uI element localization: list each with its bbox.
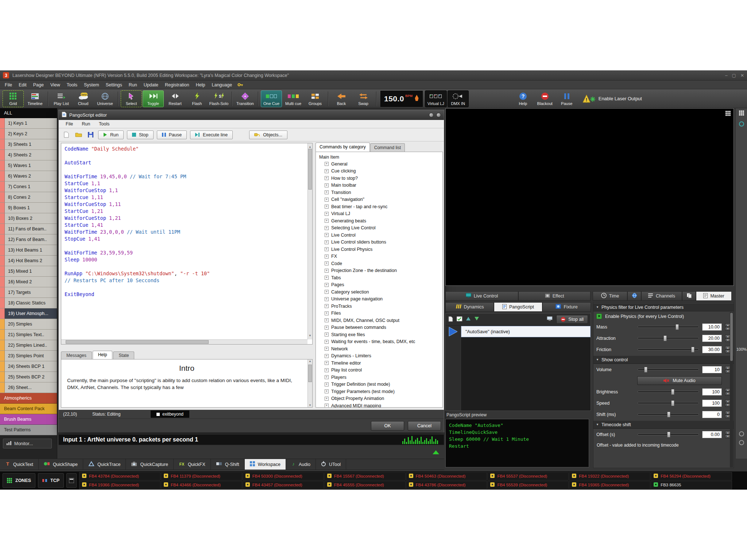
sidebar-page-17-targets[interactable]: 17) Targets <box>0 287 57 298</box>
sidebar-page-16-mixed-2[interactable]: 16) Mixed 2 <box>0 277 57 287</box>
timecode-shift-header[interactable]: ▼Timecode shift <box>593 421 734 429</box>
tree-item-object-property-animation[interactable]: +Object Property Animation <box>318 395 442 402</box>
sidebar-page-5-waves-1[interactable]: 5) Waves 1 <box>0 160 57 171</box>
tree-item-trigger-definition-test-mode[interactable]: +Trigger Definition (test mode) <box>318 381 442 388</box>
editor-menu-file[interactable]: File <box>62 121 77 127</box>
expand-plus-icon[interactable]: + <box>325 397 329 401</box>
sidebar-page-24-sheets-bcp-1[interactable]: 24) Sheets BCP 1 <box>0 361 57 372</box>
toolbar-button-cloud[interactable]: betaCloud <box>73 90 94 107</box>
run-button[interactable]: Run <box>98 131 124 139</box>
tree-item-play-list-control[interactable]: +Play list control <box>318 367 442 374</box>
expand-plus-icon[interactable]: + <box>325 190 329 194</box>
slider-knob[interactable] <box>671 400 674 406</box>
tab-live-control[interactable]: Live Control <box>445 291 518 301</box>
sidebar-page-25-sheets-bcp-2[interactable]: 25) Sheets BCP 2 <box>0 372 57 382</box>
slider-knob[interactable] <box>667 432 670 438</box>
offset-s-slider[interactable] <box>638 433 699 435</box>
strip-circle-icon-2[interactable] <box>736 440 747 445</box>
device-fb4-50463-disconnected[interactable]: FB4 50463 (Disconnected) <box>406 472 487 481</box>
stop-button[interactable]: Stop <box>127 131 154 139</box>
tree-item-live-control[interactable]: +Live Control <box>318 232 442 239</box>
tree-item-files[interactable]: +Files <box>318 310 442 317</box>
monitor-button[interactable]: Monitor... <box>3 439 52 448</box>
sidebar-header-all[interactable]: ALL <box>0 108 57 118</box>
menu-help[interactable]: Help <box>193 81 209 89</box>
expand-plus-icon[interactable]: + <box>325 297 329 301</box>
monitor-output-icon[interactable] <box>546 316 553 323</box>
expand-plus-icon[interactable]: + <box>325 375 329 379</box>
menu-settings[interactable]: Settings <box>102 81 125 89</box>
execute-line-button[interactable]: Execute line <box>190 131 233 139</box>
device-fb4-56294-disconnected[interactable]: FB4 56294 (Disconnected) <box>651 472 732 481</box>
quickbar-audio[interactable]: ♪Audio <box>286 459 316 470</box>
tree-item-projection-zone-the-destination[interactable]: +Projection Zone - the destination <box>318 267 442 275</box>
menu-update[interactable]: Update <box>140 81 162 89</box>
expand-plus-icon[interactable]: + <box>325 226 329 230</box>
sidebar-page-6-waves-2[interactable]: 6) Waves 2 <box>0 171 57 182</box>
sidebar-page-9-boxes-1[interactable]: 9) Boxes 1 <box>0 203 57 213</box>
expand-arrow-icon[interactable] <box>433 450 439 454</box>
device-fb4-19366-disconnected[interactable]: FB4 19366 (Disconnected) <box>79 481 160 489</box>
close-button[interactable]: ✕ <box>740 73 744 78</box>
speed-value[interactable]: 100 <box>702 400 722 407</box>
toolbar-button-universe[interactable]: Universe <box>94 90 116 107</box>
toolbar-button-virtual-lj[interactable]: Virtual LJ <box>425 90 447 107</box>
tab-fixture[interactable]: Fixture <box>542 302 591 312</box>
tree-item-transition[interactable]: +Transition <box>318 189 442 196</box>
toolbar-button-pause[interactable]: Pause <box>556 90 577 107</box>
toolbar-button-one-cue[interactable]: One Cue <box>261 90 282 107</box>
toolbar-button-grid[interactable]: Grid <box>3 90 24 107</box>
editor-pin-button[interactable] <box>429 113 434 117</box>
editor-tab-messages[interactable]: Messages <box>61 351 92 359</box>
menu-run[interactable]: Run <box>125 81 140 89</box>
enable-physics-row[interactable]: ✕Enable Physics (for every Live Control) <box>593 311 734 321</box>
stop-all-button[interactable]: Stop all <box>556 315 588 324</box>
tab-channels[interactable]: Channels <box>641 291 682 301</box>
toolbar-button-play-list[interactable]: Play List <box>51 90 72 107</box>
friction-slider[interactable] <box>638 349 699 350</box>
brightness-slider[interactable] <box>638 391 699 393</box>
toolbar-button-blackout[interactable]: Blackout <box>534 90 556 107</box>
editor-tab-state[interactable]: State <box>113 351 134 359</box>
commands-tab-command-list[interactable]: Command list <box>370 143 405 152</box>
sidebar-page-26-sheet[interactable]: 26) Sheet... <box>0 382 57 393</box>
tab-globe[interactable] <box>627 291 641 301</box>
expand-plus-icon[interactable]: + <box>325 332 329 337</box>
quickbar-quicktext[interactable]: TQuickText <box>0 459 39 470</box>
sidebar-page-14-hot-beams-2[interactable]: 14) Hot Beams 2 <box>0 256 57 266</box>
mass-slider[interactable] <box>638 326 699 328</box>
menu-edit[interactable]: Edit <box>15 81 30 89</box>
strip-target-icon[interactable] <box>736 121 747 127</box>
sidebar-page-12-fans-of-beam[interactable]: 12) Fans of Beam.. <box>0 234 57 245</box>
expand-plus-icon[interactable]: + <box>325 311 329 315</box>
device-fb4-15567-disconnected[interactable]: FB4 15567 (Disconnected) <box>324 472 406 481</box>
attraction-slider[interactable] <box>638 337 699 339</box>
toolbar-button-groups[interactable]: Groups <box>305 90 326 107</box>
quickbar-quickcapture[interactable]: QuickCapture <box>126 459 173 470</box>
sidebar-page-11-fans-of-beam[interactable]: 11) Fans of Beam.. <box>0 224 57 234</box>
new-script-icon[interactable] <box>62 131 71 139</box>
sidebar-page-1-keys-1[interactable]: 1) Keys 1 <box>0 118 57 129</box>
tree-item-dynamics-limiters[interactable]: +Dynamics - Limiters <box>318 353 442 360</box>
save-script-icon[interactable] <box>86 131 95 139</box>
tree-item-code[interactable]: +Code <box>318 260 442 267</box>
toolbar-button-enable-laser-output[interactable]: !Enable Laser Output <box>578 90 646 107</box>
tree-item-trigger-parameters-test-mode[interactable]: +Trigger Parameters (test mode) <box>318 388 442 395</box>
ok-button[interactable]: OK <box>371 421 404 431</box>
content-pack-atmospherics[interactable]: Atmospherics <box>0 393 57 404</box>
expand-plus-icon[interactable]: + <box>325 389 329 393</box>
tree-item-timeline-editor[interactable]: +Timeline editor <box>318 359 442 367</box>
sidebar-page-10-boxes-2[interactable]: 10) Boxes 2 <box>0 213 57 224</box>
editor-help-button[interactable] <box>436 113 441 117</box>
sidebar-page-4-sheets-2[interactable]: 4) Sheets 2 <box>0 150 57 160</box>
slider-knob[interactable] <box>663 335 667 341</box>
slider-knob[interactable] <box>691 347 694 353</box>
device-fb4-43786-disconnected[interactable]: FB4 43786 (Disconnected) <box>406 481 487 489</box>
menu-file[interactable]: File <box>1 81 15 89</box>
expand-plus-icon[interactable]: + <box>325 212 329 216</box>
tree-item-players[interactable]: +Players <box>318 374 442 381</box>
device-fb3-86635[interactable]: FB3 86635 <box>651 481 732 489</box>
device-fb4-55537-disconnected[interactable]: FB4 55537 (Disconnected) <box>487 472 569 481</box>
device-fb4-50300-disconnected[interactable]: FB4 50300 (Disconnected) <box>243 472 324 481</box>
menu-registration[interactable]: Registration <box>162 81 193 89</box>
